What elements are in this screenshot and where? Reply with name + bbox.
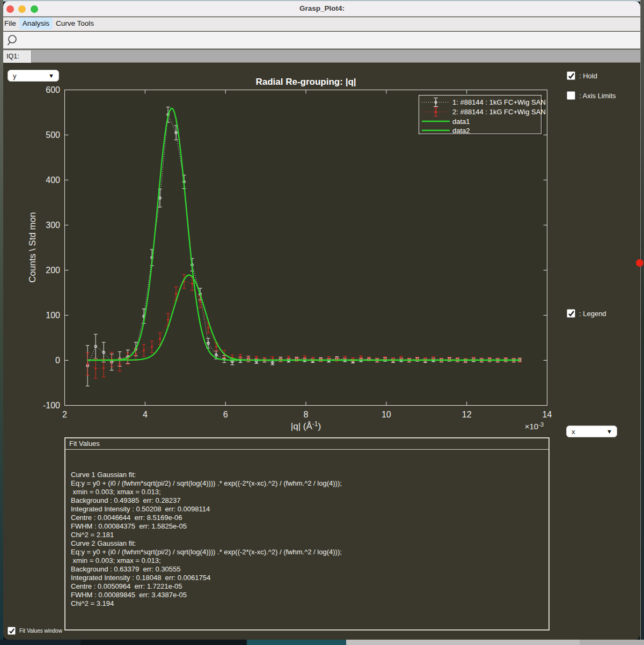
- data-point: [384, 357, 386, 359]
- data-point: [167, 319, 169, 320]
- x-tick-label: 2: [62, 410, 67, 419]
- fit-values-window-checkbox-row: Fit Values window: [8, 627, 62, 635]
- data-point: [135, 354, 136, 355]
- fit-values-text: Curve 1 Gaussian fit: Eq:y = y0 + (i0 / …: [71, 471, 342, 608]
- data-point: [288, 357, 289, 359]
- x-tick-label: 12: [462, 410, 472, 419]
- legend-checkbox[interactable]: [567, 309, 575, 318]
- data-point: [360, 357, 362, 358]
- data-point: [215, 346, 217, 348]
- data-point: [199, 301, 201, 303]
- axis-limits-checkbox-label: : Axis Limits: [579, 92, 616, 100]
- data-point: [175, 292, 177, 294]
- legend-entry-label: 1: #88144 : 1kG FC+Wig SAN: [452, 98, 546, 106]
- x-tick-label: 8: [304, 410, 309, 419]
- y-tick-label: 600: [46, 85, 60, 94]
- data-point: [87, 363, 89, 365]
- legend-checkbox-label: : Legend: [579, 310, 606, 318]
- x-axis-dropdown-value: x: [572, 428, 575, 436]
- data-point: [94, 368, 96, 369]
- y-tick-label: 100: [46, 311, 60, 320]
- desktop-edge-left: [0, 0, 3, 645]
- data-point: [304, 357, 305, 358]
- y-tick-label: 400: [46, 175, 60, 185]
- x-axis-label: |q| (Å-1): [291, 420, 321, 431]
- hold-checkbox-label: : Hold: [579, 72, 597, 80]
- fit-values-window-checkbox-label: Fit Values window: [19, 628, 62, 634]
- chevron-down-icon: ▼: [606, 428, 612, 435]
- x-axis-dropdown[interactable]: x ▼: [566, 426, 617, 437]
- data-point: [272, 357, 273, 359]
- x-tick-label: 14: [543, 410, 552, 419]
- hold-checkbox[interactable]: [567, 71, 575, 80]
- desktop-edge-bottom: [0, 640, 644, 645]
- x-tick-label: 10: [382, 410, 391, 419]
- y-tick-label: 200: [46, 266, 60, 275]
- y-axis-label: Counts \ Std mon: [27, 212, 38, 282]
- x-tick-label: 4: [143, 410, 148, 419]
- data-point: [400, 357, 402, 359]
- legend-entry-label: data2: [452, 127, 470, 135]
- x-axis-multiplier: ×10-3: [525, 421, 544, 431]
- check-icon: [568, 310, 575, 317]
- check-icon: [9, 628, 15, 634]
- data-point: [159, 338, 160, 339]
- y-tick-label: 500: [46, 130, 60, 140]
- x-tick-label: 6: [223, 410, 228, 419]
- data-point: [103, 367, 104, 369]
- data-point: [433, 357, 434, 359]
- hold-checkbox-row: : Hold: [567, 71, 597, 80]
- check-icon: [568, 72, 575, 79]
- data-point: [344, 357, 346, 359]
- data-point: [191, 283, 193, 284]
- data-point: [143, 349, 144, 351]
- y-tick-label: 0: [55, 356, 60, 365]
- axis-limits-checkbox[interactable]: [567, 91, 575, 100]
- notification-badge: [636, 259, 643, 267]
- plot-legend: 1: #88144 : 1kG FC+Wig SAN2: #88144 : 1k…: [419, 96, 546, 135]
- legend-entry-label: 2: #88144 : 1kG FC+Wig SAN: [452, 108, 546, 116]
- fit-values-panel-title: Fit Values: [65, 438, 548, 450]
- data-point: [151, 346, 152, 348]
- y-tick-label: 300: [46, 221, 60, 230]
- data-point: [328, 357, 330, 359]
- fit-values-window-checkbox[interactable]: [8, 627, 16, 635]
- data-point: [207, 327, 209, 328]
- y-tick-label: -100: [43, 401, 60, 410]
- data-point: [239, 356, 241, 357]
- plot-title: Radial Re-grouping: |q|: [255, 77, 356, 87]
- desktop-edge-right: [640, 0, 644, 645]
- legend-checkbox-row: : Legend: [567, 309, 606, 318]
- legend-entry-label: data1: [452, 118, 470, 126]
- axis-limits-checkbox-row: : Axis Limits: [567, 91, 616, 100]
- app-window: Grasp_Plot4: FileAnalysisCurve Tools IQ1…: [3, 1, 640, 640]
- data-point: [119, 364, 120, 365]
- data-point: [255, 357, 257, 359]
- fit-values-panel: Fit Values Curve 1 Gaussian fit: Eq:y = …: [64, 437, 550, 631]
